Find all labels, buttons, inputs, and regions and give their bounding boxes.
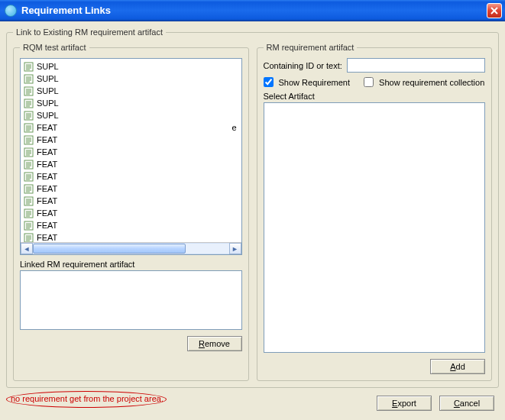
list-item[interactable]: SUPL xyxy=(21,85,241,97)
list-item-label: FEAT xyxy=(37,159,57,170)
list-item-label: SUPL xyxy=(37,61,59,72)
link-existing-group: Link to Existing RM requirement artifact… xyxy=(6,27,499,388)
titlebar: Requirement Links xyxy=(0,0,505,21)
scroll-thumb[interactable] xyxy=(33,244,186,254)
close-button[interactable] xyxy=(487,3,502,18)
list-item-label: SUPL xyxy=(37,98,59,108)
list-item[interactable]: SUPL xyxy=(21,97,241,109)
list-item-label: FEAT xyxy=(37,147,57,157)
truncation-indicator: e xyxy=(231,122,238,133)
select-artifact-list[interactable] xyxy=(264,102,486,353)
document-icon xyxy=(24,172,34,182)
document-icon xyxy=(24,221,34,231)
show-collection-checkbox[interactable] xyxy=(364,77,374,87)
list-item[interactable]: FEAT xyxy=(21,219,241,231)
document-icon xyxy=(24,233,34,243)
remove-button[interactable]: Remove xyxy=(187,336,242,351)
list-item[interactable]: FEATe xyxy=(21,121,241,134)
list-item[interactable]: FEAT xyxy=(21,158,241,170)
add-button[interactable]: Add xyxy=(430,359,485,374)
export-button[interactable]: Export xyxy=(377,396,432,411)
list-item[interactable]: FEAT xyxy=(21,207,241,219)
show-requirement-checkbox[interactable] xyxy=(264,77,274,87)
document-icon xyxy=(24,196,34,206)
list-item-label: SUPL xyxy=(37,73,59,84)
document-icon xyxy=(24,99,34,108)
warning-message: no requirement get from the project area… xyxy=(11,394,163,403)
document-icon xyxy=(24,111,34,121)
list-item[interactable]: FEAT xyxy=(21,183,241,195)
containing-id-input[interactable] xyxy=(347,58,485,73)
list-item-label: FEAT xyxy=(37,122,57,133)
list-item-label: FEAT xyxy=(37,183,57,194)
rqm-legend: RQM test artifact xyxy=(20,43,89,52)
link-existing-legend: Link to Existing RM requirement artifact xyxy=(13,27,166,37)
list-item-label: FEAT xyxy=(37,195,57,206)
close-icon xyxy=(490,7,498,15)
scroll-right-arrow[interactable]: ► xyxy=(229,243,241,254)
app-icon xyxy=(5,5,17,17)
document-icon xyxy=(24,135,34,145)
scroll-track[interactable] xyxy=(33,243,229,254)
list-item-label: SUPL xyxy=(37,110,59,121)
rqm-test-artifact-group: RQM test artifact SUPLSUPLSUPLSUPLSUPLFE… xyxy=(13,43,249,381)
linked-rm-label: Linked RM requirement artifact xyxy=(20,260,242,269)
list-item[interactable]: SUPL xyxy=(21,109,241,121)
list-item-label: FEAT xyxy=(37,220,57,231)
rm-requirement-artifact-group: RM requirement artifact Containing ID or… xyxy=(257,43,493,381)
list-item[interactable]: SUPL xyxy=(21,73,241,85)
cancel-button[interactable]: Cancel xyxy=(439,396,494,411)
document-icon xyxy=(24,74,34,84)
show-collection-checkbox-label[interactable]: Show requirement collection xyxy=(364,77,484,87)
document-icon xyxy=(24,147,34,157)
list-item-label: FEAT xyxy=(37,171,57,182)
show-requirement-checkbox-label[interactable]: Show Requirement xyxy=(264,77,351,87)
containing-id-label: Containing ID or text: xyxy=(264,61,342,70)
list-item[interactable]: FEAT xyxy=(21,195,241,207)
list-item[interactable]: FEAT xyxy=(21,146,241,158)
document-icon xyxy=(24,62,34,72)
document-icon xyxy=(24,208,34,218)
document-icon xyxy=(24,184,34,194)
horizontal-scrollbar[interactable]: ◄ ► xyxy=(21,242,241,254)
rm-legend: RM requirement artifact xyxy=(264,43,358,52)
list-item-label: FEAT xyxy=(37,232,57,242)
list-item[interactable]: FEAT xyxy=(21,231,241,242)
list-item-label: FEAT xyxy=(37,208,57,218)
list-item-label: FEAT xyxy=(37,134,57,145)
list-item[interactable]: SUPL xyxy=(21,60,241,73)
list-item-label: SUPL xyxy=(37,86,59,96)
scroll-left-arrow[interactable]: ◄ xyxy=(21,243,33,254)
list-item[interactable]: FEAT xyxy=(21,170,241,183)
list-item[interactable]: FEAT xyxy=(21,134,241,146)
document-icon xyxy=(24,123,34,133)
document-icon xyxy=(24,86,34,96)
window-title: Requirement Links xyxy=(21,5,487,16)
document-icon xyxy=(24,160,34,170)
linked-rm-list[interactable] xyxy=(20,270,242,330)
select-artifact-label: Select Artifact xyxy=(264,92,486,101)
rqm-artifact-list[interactable]: SUPLSUPLSUPLSUPLSUPLFEATeFEATFEATFEATFEA… xyxy=(20,58,242,255)
